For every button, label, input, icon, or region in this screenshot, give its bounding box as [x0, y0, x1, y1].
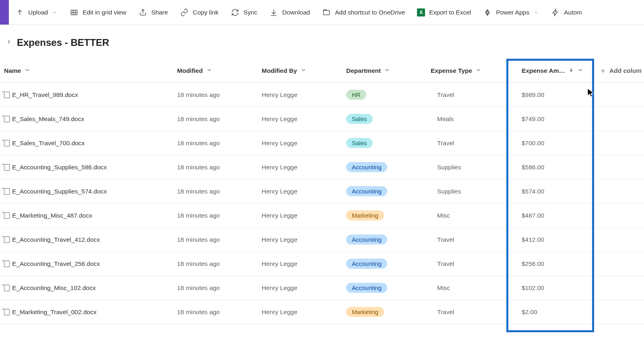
upload-button[interactable]: Upload [10, 4, 63, 21]
automate-icon [551, 8, 560, 17]
add-shortcut-button[interactable]: Add shortcut to OneDrive [316, 4, 411, 21]
chevron-down-icon [300, 67, 307, 75]
add-column-button[interactable]: Add colum [596, 67, 644, 74]
file-name-cell[interactable]: E_Accounting_Supplies_574.docx [0, 188, 173, 195]
power-apps-button[interactable]: Power Apps [477, 4, 545, 21]
table-row[interactable]: E_Accounting_Misc_102.docx 18 minutes ag… [0, 276, 644, 300]
table-row[interactable]: E_Marketing_Travel_002.docx 18 minutes a… [0, 300, 644, 324]
chevron-right-icon[interactable] [6, 39, 12, 47]
expense-type-cell: Misc [427, 212, 511, 219]
share-icon [138, 8, 147, 17]
column-header-modified[interactable]: Modified [173, 67, 258, 75]
modified-by-cell: Henry Legge [258, 140, 342, 147]
page-title: Expenses - BETTER [17, 37, 109, 48]
modified-by-cell: Henry Legge [258, 309, 342, 316]
automate-button[interactable]: Autom [545, 4, 588, 21]
file-name-cell[interactable]: E_Sales_Meals_749.docx [0, 115, 173, 123]
document-icon [4, 140, 10, 146]
modified-cell: 18 minutes ago [173, 188, 258, 195]
chevron-down-icon [577, 67, 584, 75]
file-name-cell[interactable]: E_Accounting_Supplies_586.docx [0, 164, 173, 171]
add-shortcut-label: Add shortcut to OneDrive [335, 9, 405, 16]
chevron-down-icon [206, 67, 213, 75]
expense-amount-cell: $989.00 [511, 91, 596, 99]
breadcrumb: Expenses - BETTER [0, 25, 644, 51]
table-header-row: Name Modified Modified By Department Exp… [0, 59, 644, 83]
table-row[interactable]: E_Accounting_Supplies_574.docx 18 minute… [0, 179, 644, 204]
expense-amount-cell: $749.00 [511, 115, 596, 123]
file-name-cell[interactable]: E_Accounting_Travel_256.docx [0, 260, 173, 267]
grid-icon [70, 8, 78, 17]
table-row[interactable]: E_Sales_Travel_700.docx 18 minutes ago H… [0, 131, 644, 155]
sync-button[interactable]: Sync [225, 4, 263, 21]
column-header-modified-by[interactable]: Modified By [258, 67, 342, 75]
sync-icon [231, 8, 239, 17]
download-button[interactable]: Download [264, 4, 316, 21]
file-name: E_Accounting_Travel_412.docx [12, 236, 100, 243]
department-pill: Marketing [346, 307, 384, 317]
column-header-expense-type[interactable]: Expense Type [427, 67, 511, 75]
department-pill: Marketing [346, 210, 384, 220]
upload-icon [15, 8, 24, 17]
document-icon [4, 164, 10, 171]
share-button[interactable]: Share [133, 4, 173, 21]
file-name-cell[interactable]: E_HR_Travel_989.docx [0, 91, 173, 99]
column-header-label: Modified [177, 67, 203, 74]
department-cell: Marketing [342, 210, 427, 220]
file-name-cell[interactable]: E_Sales_Travel_700.docx [0, 140, 173, 147]
sort-descending-icon [568, 67, 574, 74]
column-header-expense-amount[interactable]: Expense Am… [511, 67, 596, 75]
table-row[interactable]: E_HR_Travel_989.docx 18 minutes ago Henr… [0, 83, 644, 107]
department-cell: Accounting [342, 162, 427, 172]
expense-type-cell: Supplies [427, 164, 511, 171]
file-name-cell[interactable]: E_Accounting_Travel_412.docx [0, 236, 173, 243]
sync-label: Sync [244, 9, 257, 16]
export-excel-button[interactable]: X Export to Excel [411, 4, 477, 21]
modified-cell: 18 minutes ago [173, 140, 258, 147]
file-name-cell[interactable]: E_Accounting_Misc_102.docx [0, 284, 173, 292]
chevron-down-icon [475, 67, 482, 75]
expense-amount-cell: $586.00 [511, 164, 596, 171]
department-cell: Accounting [342, 234, 427, 245]
department-cell: Sales [342, 138, 427, 148]
column-header-label: Department [346, 67, 381, 74]
app-brand-bar [0, 0, 9, 25]
copy-link-button[interactable]: Copy link [174, 4, 224, 21]
chevron-down-icon [384, 67, 390, 75]
table-row[interactable]: E_Accounting_Travel_412.docx 18 minutes … [0, 228, 644, 252]
file-name-cell[interactable]: E_Marketing_Misc_487.docx [0, 212, 173, 219]
excel-icon: X [417, 8, 425, 16]
expense-amount-cell: $574.00 [511, 188, 596, 195]
department-pill: Accounting [346, 283, 387, 293]
column-header-name[interactable]: Name [0, 67, 173, 75]
file-name: E_Sales_Travel_700.docx [12, 140, 85, 147]
edit-grid-button[interactable]: Edit in grid view [64, 4, 132, 21]
table-row[interactable]: E_Accounting_Travel_256.docx 18 minutes … [0, 252, 644, 276]
plus-icon [600, 68, 606, 74]
department-cell: Accounting [342, 186, 427, 196]
file-name: E_Accounting_Misc_102.docx [12, 284, 96, 292]
file-name-cell[interactable]: E_Marketing_Travel_002.docx [0, 309, 173, 316]
table-row[interactable]: E_Sales_Meals_749.docx 18 minutes ago He… [0, 107, 644, 131]
document-icon [4, 237, 10, 243]
column-header-department[interactable]: Department [342, 67, 427, 75]
modified-cell: 18 minutes ago [173, 309, 258, 316]
department-pill: Accounting [346, 234, 387, 245]
expense-type-cell: Misc [427, 284, 511, 292]
column-header-label: Expense Am… [522, 67, 565, 74]
column-header-label: Expense Type [431, 67, 472, 74]
modified-cell: 18 minutes ago [173, 91, 258, 99]
modified-by-cell: Henry Legge [258, 115, 342, 123]
department-pill: Accounting [346, 259, 387, 269]
modified-cell: 18 minutes ago [173, 260, 258, 267]
power-apps-label: Power Apps [496, 9, 529, 16]
table-row[interactable]: E_Marketing_Misc_487.docx 18 minutes ago… [0, 204, 644, 228]
onedrive-shortcut-icon [322, 8, 331, 17]
expense-type-cell: Supplies [427, 188, 511, 195]
expense-type-cell: Travel [427, 260, 511, 267]
table-row[interactable]: E_Accounting_Supplies_586.docx 18 minute… [0, 155, 644, 179]
upload-label: Upload [28, 9, 48, 16]
column-header-label: Name [4, 67, 21, 74]
modified-by-cell: Henry Legge [258, 164, 342, 171]
document-icon [4, 188, 10, 195]
